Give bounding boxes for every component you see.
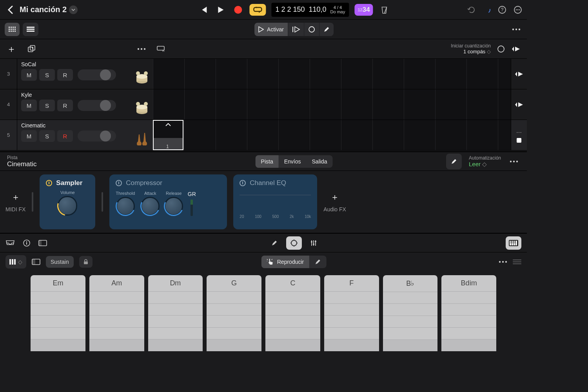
- solo-button[interactable]: S: [39, 69, 55, 81]
- project-title[interactable]: Mi canción 2: [20, 5, 67, 14]
- more-menu-icon[interactable]: [514, 5, 522, 14]
- track-name[interactable]: Cinematic: [21, 122, 149, 129]
- count-in-button[interactable]: 12123434: [354, 4, 373, 16]
- metronome-button[interactable]: [379, 4, 390, 16]
- arrange-lane[interactable]: [153, 59, 511, 89]
- chord-pad[interactable]: Am: [89, 275, 144, 351]
- record-button[interactable]: [232, 4, 244, 16]
- power-icon[interactable]: [46, 180, 52, 186]
- play-button[interactable]: [215, 4, 227, 16]
- cycle-button[interactable]: [249, 4, 266, 16]
- add-audio-fx-button[interactable]: ＋ Audio FX: [323, 191, 346, 212]
- region-inspector-button[interactable]: R: [153, 46, 169, 52]
- info-icon[interactable]: [23, 239, 31, 247]
- sync-icon[interactable]: [483, 6, 491, 14]
- solo-button[interactable]: S: [39, 100, 55, 111]
- power-icon[interactable]: [240, 180, 246, 186]
- chord-pad[interactable]: Em: [31, 275, 85, 351]
- sidebar-icon[interactable]: [38, 240, 47, 246]
- chord-pad[interactable]: C: [265, 275, 320, 351]
- tracks-more-button[interactable]: [510, 24, 522, 35]
- mute-button[interactable]: M: [21, 130, 37, 142]
- lock-button[interactable]: [79, 256, 93, 268]
- sustain-button[interactable]: Sustain: [46, 256, 74, 268]
- trigger-next-button[interactable]: [288, 23, 304, 36]
- trigger-all-icon[interactable]: [511, 46, 521, 52]
- time-signature[interactable]: 4 / 4 Do may: [330, 5, 345, 14]
- track-name[interactable]: SoCal: [21, 61, 149, 67]
- view-list-button[interactable]: [23, 23, 38, 36]
- tab-track[interactable]: Pista: [256, 155, 279, 168]
- chord-play-mode-button[interactable]: Reproducir: [261, 256, 309, 268]
- automation-mode-menu[interactable]: Automatización Leer ◇: [469, 155, 501, 168]
- tab-output[interactable]: Salida: [307, 155, 333, 168]
- chord-pad[interactable]: B♭: [383, 275, 438, 351]
- plugin-sampler[interactable]: Sampler Volume: [40, 174, 95, 229]
- edit-cells-button[interactable]: [319, 23, 334, 36]
- smart-controls-button[interactable]: [286, 236, 302, 250]
- volume-slider[interactable]: [78, 100, 116, 111]
- chord-pad[interactable]: Dm: [148, 275, 203, 351]
- duplicate-track-button[interactable]: [26, 43, 38, 55]
- record-arm-button[interactable]: R: [57, 100, 73, 111]
- tab-sends[interactable]: Envíos: [279, 155, 307, 168]
- fx-divider[interactable]: [32, 192, 33, 212]
- chord-label: Em: [31, 275, 85, 292]
- chord-pad[interactable]: G: [207, 275, 261, 351]
- inspector-edit-button[interactable]: [446, 154, 462, 169]
- back-button[interactable]: [5, 4, 16, 16]
- ellipsis-icon[interactable]: [499, 261, 507, 263]
- plugin-channel-eq[interactable]: Channel EQ 201005002k10k: [233, 174, 317, 229]
- chord-pad[interactable]: F: [324, 275, 379, 351]
- volume-slider[interactable]: [78, 131, 116, 142]
- split-icon[interactable]: [32, 259, 40, 265]
- chord-edit-mode-button[interactable]: [309, 256, 327, 268]
- track-row[interactable]: 4KyleMSR: [0, 89, 527, 120]
- trigger-loop-button[interactable]: [304, 23, 319, 36]
- stop-all-icon[interactable]: [497, 45, 505, 53]
- cell-options[interactable]: ⋯: [516, 129, 522, 143]
- tempo-value[interactable]: 110,0: [309, 5, 326, 14]
- arrange-lane[interactable]: 1: [153, 120, 511, 150]
- track-row[interactable]: 5CinematicMSR1⋯: [0, 120, 527, 151]
- fx-divider[interactable]: [102, 192, 103, 212]
- scene-trigger-icon[interactable]: [514, 102, 524, 108]
- quantize-menu[interactable]: Iniciar cuantización 1 compás ◇: [451, 43, 491, 54]
- chord-layout-button[interactable]: ◇: [5, 255, 26, 269]
- go-to-start-button[interactable]: [198, 4, 209, 16]
- view-grid-button[interactable]: [5, 23, 20, 36]
- arrange-lane[interactable]: [153, 89, 511, 120]
- eq-graph[interactable]: [240, 195, 311, 213]
- scene-trigger-icon[interactable]: [514, 71, 524, 77]
- add-midi-fx-button[interactable]: ＋ MIDI FX: [5, 191, 25, 212]
- lcd-display[interactable]: 1 2 2 150 110,0 4 / 4 Do may: [271, 3, 349, 17]
- project-menu-button[interactable]: [69, 5, 78, 14]
- mixer-button[interactable]: [306, 236, 321, 250]
- live-loops-activate-button[interactable]: Activar: [254, 23, 288, 36]
- resize-handle[interactable]: [513, 260, 521, 264]
- volume-slider[interactable]: [78, 69, 116, 80]
- compressor-attack-knob[interactable]: [142, 198, 158, 214]
- undo-icon[interactable]: [467, 5, 476, 14]
- compressor-threshold-knob[interactable]: [117, 198, 134, 214]
- sampler-volume-knob[interactable]: [59, 197, 76, 214]
- help-icon[interactable]: ?: [498, 5, 506, 14]
- mute-button[interactable]: M: [21, 69, 37, 81]
- chord-pad[interactable]: Bdim: [441, 275, 496, 351]
- solo-button[interactable]: S: [39, 130, 55, 142]
- compressor-release-knob[interactable]: [165, 198, 182, 214]
- mute-button[interactable]: M: [21, 100, 37, 111]
- track-row[interactable]: 3SoCalMSR: [0, 59, 527, 89]
- record-arm-button[interactable]: R: [57, 69, 73, 81]
- record-arm-button[interactable]: R: [57, 130, 73, 142]
- track-header-more-button[interactable]: [136, 43, 147, 55]
- add-track-button[interactable]: ＋: [5, 43, 17, 55]
- inspector-more-button[interactable]: [508, 156, 520, 167]
- power-icon[interactable]: [116, 180, 122, 186]
- chevron-left-icon: [7, 5, 14, 14]
- keyboard-button[interactable]: [506, 236, 521, 250]
- track-name[interactable]: Kyle: [21, 92, 149, 98]
- edit-mode-button[interactable]: [267, 236, 282, 250]
- inbox-icon[interactable]: [5, 240, 15, 247]
- plugin-compressor[interactable]: Compressor Threshold Attack Release GR: [109, 174, 227, 229]
